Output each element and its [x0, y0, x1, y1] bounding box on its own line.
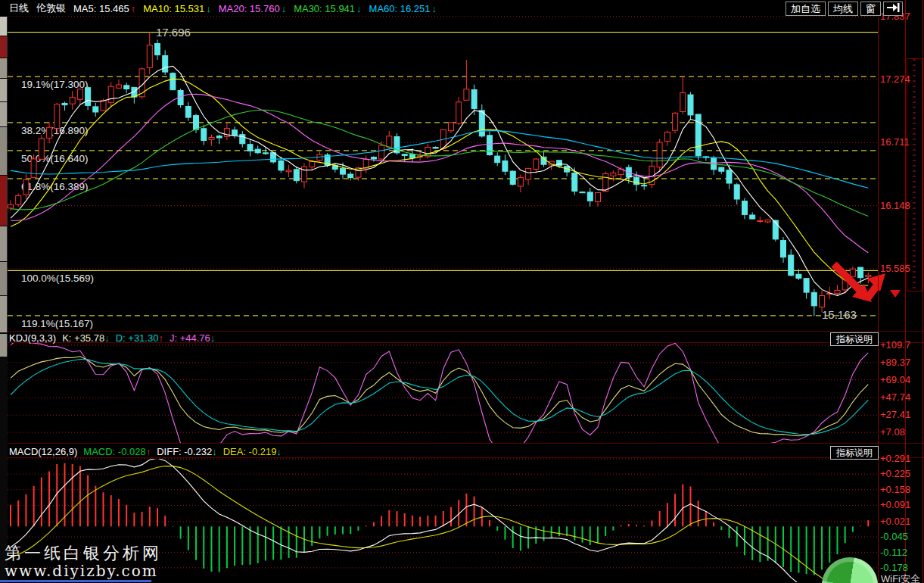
MA10-line: [11, 79, 868, 285]
ma-value: MA20: 15.760: [219, 3, 280, 14]
axis-tick-label: 17.274: [880, 73, 910, 85]
left-toolbar-strip[interactable]: [0, 17, 8, 583]
up-arrow-icon: ↑: [146, 446, 151, 457]
axis-tick-label: 15.585: [880, 263, 910, 274]
left-toolbar-segment[interactable]: [0, 102, 8, 126]
right-side-panel-strip[interactable]: [907, 58, 922, 292]
up-arrow-icon: ↑: [131, 3, 136, 14]
axis-tick-label: +69.04: [880, 374, 910, 385]
axis-tick-label: +0.158: [880, 484, 910, 495]
chart-header: 日线 伦敦银 MA5: 15.465↑MA10: 15.531↓MA20: 15…: [9, 0, 437, 17]
macd-value: MACD: -0.028: [83, 446, 145, 457]
axis-frame-line: [922, 0, 923, 583]
ma-item: MA10: 15.531↓: [143, 3, 210, 14]
kdj-item: K: +35.78↓: [62, 332, 110, 344]
macd-value: DEA: -0.219: [223, 446, 277, 457]
macd-indicator-help-button[interactable]: 指标说明: [830, 446, 879, 460]
arrow-to-bar-icon: [886, 3, 900, 12]
fib-level-label: 19.1%(17.300): [21, 79, 89, 90]
chart-canvas[interactable]: 19.1%(17.300)38.2%(16.890)50.0%(16.640)6…: [0, 0, 924, 583]
header-toolbar: 加自选 均线 窗: [786, 2, 903, 16]
left-toolbar-segment[interactable]: [0, 79, 8, 101]
kdj-indicator-help-button[interactable]: 指标说明: [830, 332, 879, 346]
axis-tick-label: +0.291: [880, 453, 910, 464]
ma-item: MA30: 15.941↓: [294, 3, 361, 14]
fibonacci-levels: 19.1%(17.300)38.2%(16.890)50.0%(16.640)6…: [8, 33, 878, 329]
left-toolbar-segment[interactable]: [0, 226, 8, 261]
down-arrow-icon: ↓: [206, 3, 211, 14]
kdj-header: KDJ(9,3,3) K: +35.78↓D: +31.30↑J: +44.76…: [9, 332, 215, 344]
axis-tick-label: 16.711: [880, 136, 910, 148]
axis-tick-label: -0.178: [880, 562, 908, 573]
kdj-value: K: +35.78: [62, 332, 104, 344]
axis-tick-label: +0.091: [880, 499, 910, 510]
ma-item: MA5: 15.465↑: [73, 3, 135, 14]
kdj-item: D: +31.30↑: [116, 332, 163, 344]
macd-item: DIFF: -0.232↓: [157, 446, 216, 457]
axis-tick-label: +7.08: [880, 426, 905, 438]
macd-header: MACD(12,26,9) MACD: -0.028↑DIFF: -0.232↓…: [9, 445, 282, 457]
price-annotations: 17.69615.163: [150, 26, 857, 321]
collapse-panel-icon[interactable]: [883, 2, 903, 16]
kdj-D-line: [11, 360, 868, 435]
axis-tick-label: -0.112: [880, 547, 907, 558]
axis-tick-label: 16.148: [880, 200, 910, 211]
left-toolbar-segment[interactable]: [0, 262, 8, 295]
window-button[interactable]: 窗: [860, 2, 881, 16]
down-arrow-icon: ↓: [432, 3, 437, 14]
left-toolbar-segment[interactable]: [0, 334, 8, 357]
ma-value: MA5: 15.465: [73, 3, 129, 14]
trading-terminal: 日线 伦敦银 MA5: 15.465↑MA10: 15.531↓MA20: 15…: [0, 0, 924, 583]
macd-item: MACD: -0.028↑: [83, 446, 151, 457]
axis-tick-label: +0.021: [880, 516, 910, 527]
left-toolbar-segment[interactable]: [0, 17, 8, 36]
down-arrow-icon: ↓: [282, 3, 287, 14]
ma-value: MA30: 15.941: [294, 3, 355, 14]
macd-values: MACD: -0.028↑DIFF: -0.232↓DEA: -0.219↓: [83, 446, 282, 457]
ma-item: MA20: 15.760↓: [219, 3, 286, 14]
left-toolbar-segment[interactable]: [0, 127, 8, 175]
watermark-url: www.diyizby.com: [5, 562, 158, 580]
main-price-chart[interactable]: [8, 33, 871, 316]
down-arrow-icon: ↓: [212, 446, 217, 457]
symbol-label: 伦敦银: [36, 2, 66, 15]
left-toolbar-segment[interactable]: [0, 58, 8, 78]
kdj-J-line: [11, 340, 868, 456]
down-arrow-icon: ↓: [276, 446, 282, 457]
kdj-item: J: +44.76↓: [170, 332, 215, 344]
up-arrow-icon: ↑: [158, 332, 163, 344]
wifi-security-label: WiFi安全: [881, 572, 920, 583]
down-arrow-icon: ↓: [104, 332, 110, 344]
kdj-chart[interactable]: [11, 340, 868, 456]
ma-value: MA10: 15.531: [143, 3, 204, 14]
MA5-line: [11, 66, 868, 295]
ma-item: MA60: 16.251↓: [369, 3, 437, 14]
down-arrow-icon: ↓: [210, 332, 216, 344]
axis-tick-label: +27.41: [880, 409, 910, 420]
macd-item: DEA: -0.219↓: [223, 446, 282, 457]
macd-title: MACD(12,26,9): [9, 446, 77, 457]
MA20-line: [11, 94, 868, 253]
kdj-title: KDJ(9,3,3): [9, 332, 56, 344]
add-favorite-button[interactable]: 加自选: [786, 2, 826, 16]
ma-line-button[interactable]: 均线: [828, 2, 858, 16]
down-triangle-marker: [890, 290, 901, 298]
ma-values: MA5: 15.465↑MA10: 15.531↓MA20: 15.760↓MA…: [73, 3, 437, 14]
axis-frame-line: [878, 17, 879, 583]
left-toolbar-segment[interactable]: [0, 36, 8, 58]
taskbar-edge: [0, 580, 151, 582]
kdj-K-line: [11, 357, 868, 436]
left-toolbar-segment[interactable]: [0, 176, 8, 226]
kdj-value: J: +44.76: [170, 332, 210, 344]
kdj-values: K: +35.78↓D: +31.30↑J: +44.76↓: [62, 332, 215, 344]
svg-text:17.696: 17.696: [156, 26, 191, 39]
axis-tick-label: +0.225: [880, 468, 910, 479]
axis-tick-label: +89.37: [880, 357, 910, 368]
down-arrow-icon: ↓: [356, 3, 362, 14]
kdj-value: D: +31.30: [116, 332, 159, 344]
left-toolbar-segment[interactable]: [0, 296, 8, 332]
svg-text:15.163: 15.163: [822, 308, 857, 321]
period-label: 日线: [9, 2, 29, 15]
macd-value: DIFF: -0.232: [157, 446, 212, 457]
gridlines: [8, 17, 878, 568]
